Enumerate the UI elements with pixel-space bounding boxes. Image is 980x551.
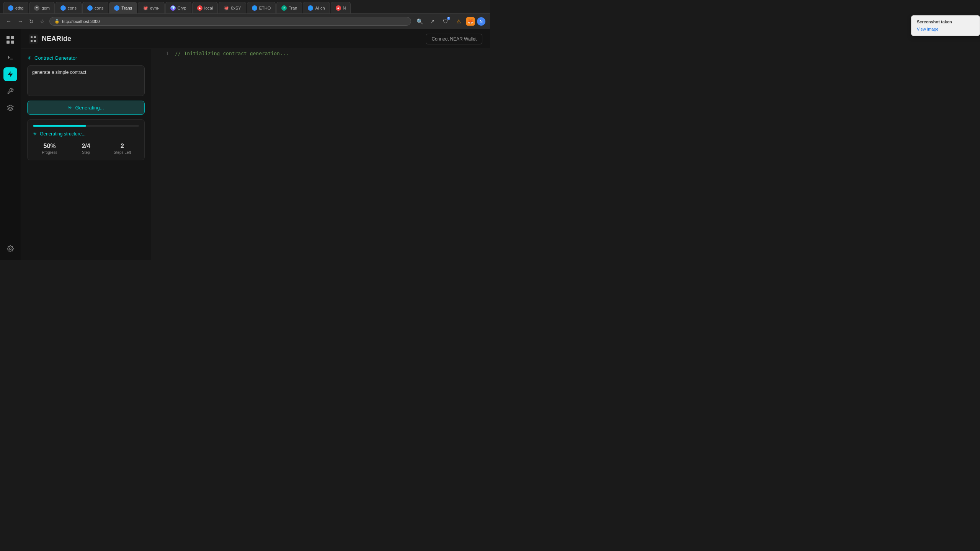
back-button[interactable]: ← [5,17,13,26]
stat-progress-label: Progress [33,150,66,155]
tab-icon-cons2: 🌐 [87,5,93,11]
tab-icon-evm: 🐙 [143,5,148,11]
stat-steps-left-label: Steps Left [106,150,139,155]
tab-icon-cryp: 💎 [170,5,176,11]
tab-ethg[interactable]: 🌐 ethg [3,2,28,13]
app-logo [4,34,16,46]
spinning-icon: ✳ [27,55,31,61]
app-title: NEARide [42,35,71,43]
tab-evm[interactable]: 🐙 evm- [138,2,164,13]
tab-label-n: N [343,6,346,10]
tab-label-tran2: Tran [289,6,297,10]
svg-rect-9 [34,40,36,42]
shield-icon[interactable]: 🛡 1 [440,16,451,27]
secure-icon: 🔒 [54,19,60,24]
tab-label-cons1: cons [68,6,77,10]
svg-rect-1 [11,36,14,39]
tab-etho[interactable]: 🌐 ETHO [247,2,276,13]
tab-cons1[interactable]: 🌐 cons [56,2,82,13]
bookmark-button[interactable]: ☆ [38,17,46,26]
tab-icon-0xsy: 🐙 [224,5,229,11]
icon-sidebar [0,29,21,260]
section-header: ✳ Contract Generator [27,55,145,61]
svg-rect-8 [31,40,33,42]
tab-0xsy[interactable]: 🐙 0xSY [219,2,246,13]
search-nav-icon[interactable]: 🔍 [414,16,425,27]
contract-generator-section: ✳ Contract Generator [27,55,145,61]
blue-extension-icon[interactable]: N [477,17,485,26]
tab-icon-n: ▲ [336,5,341,11]
fox-extension-icon[interactable]: 🦊 [466,17,475,26]
forward-button[interactable]: → [16,17,24,26]
right-section: NEARide Connect NEAR Wallet ✳ Contract G… [21,29,490,260]
connect-wallet-button[interactable]: Connect NEAR Wallet [426,34,482,44]
progress-bar-fill [33,125,86,127]
generating-text: Generating structure... [40,131,85,137]
tab-icon-ethg: 🌐 [8,5,13,11]
left-panel: ✳ Contract Generator generate a simple c… [21,49,151,260]
progress-spinner: ✳ [33,131,37,137]
line-number-1: 1 [157,49,169,58]
app-header: NEARide Connect NEAR Wallet [21,29,490,49]
tab-icon-gem: ✦ [34,5,39,11]
tab-icon-etho: 🌐 [252,5,257,11]
progress-bar-container [33,125,139,127]
code-content-1: // Initializing contract generation... [175,49,289,58]
sidebar-contract-gen-btn[interactable] [3,67,17,81]
tab-icon-tran2: ✳ [281,5,287,11]
tab-label-etho: ETHO [259,6,271,10]
svg-rect-6 [31,36,33,38]
tab-label-ethg: ethg [15,6,23,10]
stat-step-label: Step [69,150,103,155]
section-title: Contract Generator [34,55,77,61]
stat-step-value: 2/4 [69,143,103,150]
tab-label-evm: evm- [150,6,159,10]
main-panel: ✳ Contract Generator generate a simple c… [21,49,490,260]
sidebar-deploy-btn[interactable] [3,101,17,115]
warning-icon[interactable]: ⚠ [453,16,464,27]
nav-icons: 🔍 ↗ 🛡 1 ⚠ 🦊 N [414,16,485,27]
stat-step: 2/4 Step [69,143,103,155]
tab-icon-aich: 🌐 [308,5,313,11]
stat-progress: 50% Progress [33,143,66,155]
tab-cryp[interactable]: 💎 Cryp [165,2,191,13]
code-editor[interactable]: 1 // Initializing contract generation... [151,49,490,260]
url-text: http://localhost:3000 [62,19,100,24]
tab-icon-cons1: 🌐 [60,5,66,11]
tab-cons2[interactable]: 🌐 cons [82,2,108,13]
generate-button[interactable]: ✳ Generating... [27,101,145,115]
tab-label-local: local [204,6,213,10]
progress-section: ✳ Generating structure... 50% Progress 2… [27,119,145,160]
tab-label-trans: Trans [121,6,132,10]
app-logo-header [29,34,38,44]
tab-label-aich: AI ch [315,6,325,10]
sidebar-tool-btn[interactable] [3,84,17,98]
stat-steps-left: 2 Steps Left [106,143,139,155]
tabs-bar: 🌐 ethg ✦ gem 🌐 cons 🌐 cons 🌐 Trans 🐙 evm… [0,0,490,14]
tab-gem[interactable]: ✦ gem [29,2,54,13]
tab-n[interactable]: ▲ N [331,2,351,13]
svg-point-5 [10,248,11,250]
tab-local[interactable]: ▲ local [192,2,218,13]
app-container: NEARide Connect NEAR Wallet ✳ Contract G… [0,29,490,260]
stat-steps-left-value: 2 [106,143,139,150]
tab-icon-local: ▲ [197,5,203,11]
stat-progress-value: 50% [33,143,66,150]
generate-spinner: ✳ [68,105,72,111]
tab-tran2[interactable]: ✳ Tran [276,2,302,13]
reload-button[interactable]: ↻ [28,17,35,26]
url-bar[interactable]: 🔒 http://localhost:3000 [49,17,411,26]
sidebar-settings-btn[interactable] [3,242,17,256]
svg-rect-3 [11,41,14,44]
nav-bar: ← → ↻ ☆ 🔒 http://localhost:3000 🔍 ↗ 🛡 1 … [0,14,490,29]
tab-label-cryp: Cryp [178,6,186,10]
prompt-textarea[interactable]: generate a simple contract [27,65,145,96]
svg-rect-2 [7,41,10,44]
generate-button-label: Generating... [75,105,104,111]
share-icon[interactable]: ↗ [427,16,438,27]
sidebar-terminal-btn[interactable] [3,51,17,64]
tab-icon-trans: 🌐 [114,5,119,11]
tab-aich[interactable]: 🌐 AI ch [303,2,330,13]
tab-trans[interactable]: 🌐 Trans [109,2,137,13]
code-line-1: 1 // Initializing contract generation... [151,49,490,58]
